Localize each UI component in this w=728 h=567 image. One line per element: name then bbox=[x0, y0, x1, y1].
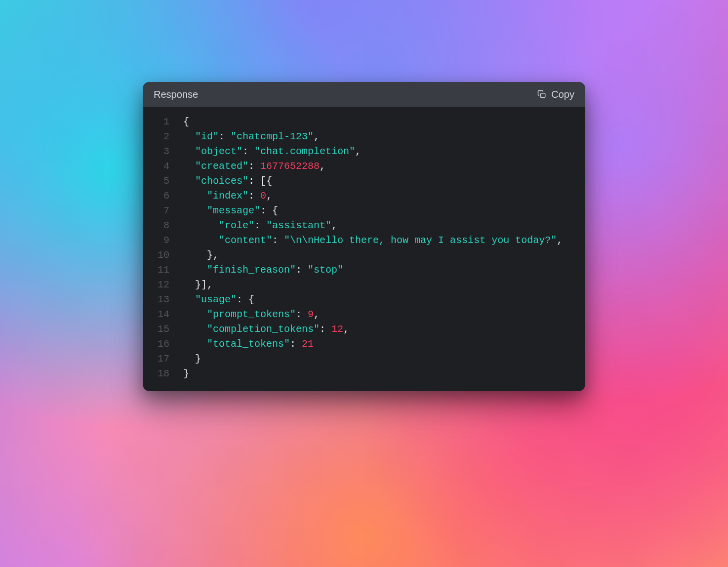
line-number: 2 bbox=[143, 129, 169, 144]
line-number: 7 bbox=[143, 203, 169, 218]
line-content: "choices": [{ bbox=[169, 174, 272, 189]
line-number: 5 bbox=[143, 174, 169, 189]
line-number: 14 bbox=[143, 307, 169, 322]
line-content: "index": 0, bbox=[169, 189, 272, 203]
line-number: 15 bbox=[143, 322, 169, 337]
line-content: { bbox=[169, 115, 189, 129]
code-line: 11 "finish_reason": "stop" bbox=[143, 263, 585, 278]
line-number: 11 bbox=[143, 263, 169, 278]
line-content: }], bbox=[169, 278, 213, 292]
line-number: 6 bbox=[143, 189, 169, 203]
line-content: "finish_reason": "stop" bbox=[169, 263, 343, 278]
line-content: } bbox=[169, 366, 189, 381]
code-line: 16 "total_tokens": 21 bbox=[143, 337, 585, 352]
line-number: 9 bbox=[143, 233, 169, 248]
line-number: 13 bbox=[143, 292, 169, 307]
code-line: 2 "id": "chatcmpl-123", bbox=[143, 129, 585, 144]
line-number: 1 bbox=[143, 115, 169, 129]
code-line: 15 "completion_tokens": 12, bbox=[143, 322, 585, 337]
copy-button[interactable]: Copy bbox=[537, 89, 574, 100]
line-content: "role": "assistant", bbox=[169, 218, 337, 233]
svg-rect-0 bbox=[541, 93, 545, 98]
code-line: 7 "message": { bbox=[143, 203, 585, 218]
code-line: 8 "role": "assistant", bbox=[143, 218, 585, 233]
code-line: 1{ bbox=[143, 115, 585, 129]
line-number: 16 bbox=[143, 337, 169, 352]
line-number: 17 bbox=[143, 352, 169, 366]
line-number: 4 bbox=[143, 159, 169, 174]
code-response-panel: Response Copy 1{2 "id": "chatcmpl-123",3… bbox=[143, 82, 585, 391]
line-content: "completion_tokens": 12, bbox=[169, 322, 349, 337]
line-content: "usage": { bbox=[169, 292, 254, 307]
code-line: 6 "index": 0, bbox=[143, 189, 585, 203]
line-content: "content": "\n\nHello there, how may I a… bbox=[169, 233, 563, 248]
code-line: 9 "content": "\n\nHello there, how may I… bbox=[143, 233, 585, 248]
code-body[interactable]: 1{2 "id": "chatcmpl-123",3 "object": "ch… bbox=[143, 107, 585, 391]
line-content: "total_tokens": 21 bbox=[169, 337, 314, 352]
code-line: 4 "created": 1677652288, bbox=[143, 159, 585, 174]
code-line: 18} bbox=[143, 366, 585, 381]
line-content: } bbox=[169, 352, 201, 366]
copy-icon bbox=[537, 90, 546, 99]
line-number: 8 bbox=[143, 218, 169, 233]
code-line: 14 "prompt_tokens": 9, bbox=[143, 307, 585, 322]
code-line: 12 }], bbox=[143, 278, 585, 292]
line-content: }, bbox=[169, 248, 219, 263]
copy-label: Copy bbox=[551, 89, 574, 100]
line-number: 3 bbox=[143, 144, 169, 159]
line-content: "id": "chatcmpl-123", bbox=[169, 129, 320, 144]
code-line: 13 "usage": { bbox=[143, 292, 585, 307]
line-content: "created": 1677652288, bbox=[169, 159, 325, 174]
line-content: "prompt_tokens": 9, bbox=[169, 307, 320, 322]
code-line: 10 }, bbox=[143, 248, 585, 263]
line-number: 18 bbox=[143, 366, 169, 381]
code-line: 17 } bbox=[143, 352, 585, 366]
line-content: "object": "chat.completion", bbox=[169, 144, 361, 159]
panel-title: Response bbox=[154, 89, 198, 100]
line-number: 12 bbox=[143, 278, 169, 292]
panel-header: Response Copy bbox=[143, 82, 585, 107]
line-number: 10 bbox=[143, 248, 169, 263]
line-content: "message": { bbox=[169, 203, 278, 218]
code-line: 3 "object": "chat.completion", bbox=[143, 144, 585, 159]
code-line: 5 "choices": [{ bbox=[143, 174, 585, 189]
